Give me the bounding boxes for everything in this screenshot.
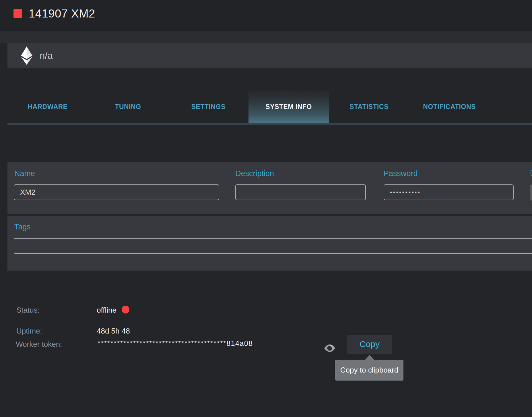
copy-button[interactable]: Copy xyxy=(347,335,392,354)
uptime-label: Uptime: xyxy=(16,327,42,336)
status-value: offline xyxy=(97,306,117,315)
tab-system-info[interactable]: SYSTEM INFO xyxy=(248,90,329,123)
password-input[interactable] xyxy=(384,184,514,200)
name-label: Name xyxy=(14,169,35,178)
tab-settings[interactable]: SETTINGS xyxy=(168,90,248,123)
worker-token-label: Worker token: xyxy=(16,340,62,349)
reveal-token-button[interactable] xyxy=(324,343,336,353)
header-band xyxy=(0,31,532,43)
worker-token-value: ****************************************… xyxy=(98,339,253,348)
tab-statistics[interactable]: STATISTICS xyxy=(329,90,409,123)
description-input[interactable] xyxy=(235,184,366,200)
title-bar: 141907 XM2 xyxy=(0,0,532,31)
description-label: Description xyxy=(235,169,274,178)
tooltip-arrow xyxy=(365,355,374,360)
coin-bar: n/a xyxy=(7,43,532,68)
tab-hardware[interactable]: HARDWARE xyxy=(7,90,88,123)
coin-value: n/a xyxy=(40,50,53,61)
page-title: 141907 XM2 xyxy=(29,7,95,20)
cutoff-field-input xyxy=(530,185,532,200)
tab-tuning[interactable]: TUNING xyxy=(88,90,168,123)
uptime-value: 48d 5h 48 xyxy=(97,327,130,336)
copy-tooltip: Copy to clipboard xyxy=(335,360,403,381)
tags-input[interactable] xyxy=(14,238,532,254)
offline-indicator-dot xyxy=(122,306,129,313)
password-label: Password xyxy=(384,169,418,178)
tab-underline xyxy=(7,123,532,125)
tab-notifications[interactable]: NOTIFICATIONS xyxy=(409,90,490,123)
tab-bar: HARDWARE TUNING SETTINGS SYSTEM INFO STA… xyxy=(7,90,532,123)
status-label: Status: xyxy=(16,306,40,315)
tags-label: Tags xyxy=(14,223,31,231)
cutoff-field-label xyxy=(531,170,532,176)
name-input[interactable] xyxy=(14,184,219,200)
eye-icon xyxy=(324,343,336,353)
ethereum-icon xyxy=(21,46,32,65)
worker-status-square xyxy=(13,9,22,18)
